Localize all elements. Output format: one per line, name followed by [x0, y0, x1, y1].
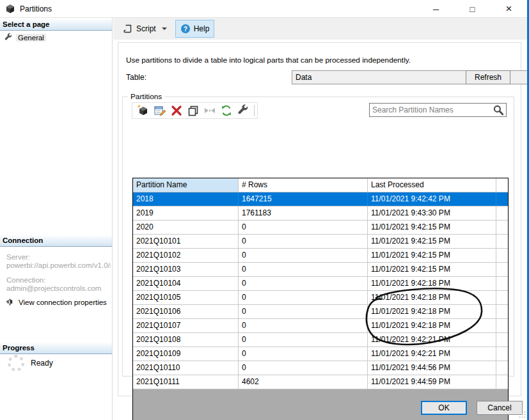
- table-cell: 0: [239, 249, 368, 262]
- resize-grip[interactable]: [517, 410, 526, 419]
- connection-label: Connection:: [6, 276, 111, 284]
- table-cell-spacer: [496, 333, 508, 346]
- partitions-group-title: Partitions: [128, 92, 164, 101]
- table-cell-spacer: [496, 249, 508, 262]
- table-row[interactable]: 2021Q10105011/01/2021 9:42:18 PM: [133, 291, 508, 305]
- table-cell: 2021Q10103: [133, 263, 239, 276]
- table-cell: 0: [239, 221, 368, 234]
- delete-partition-icon[interactable]: [170, 104, 184, 118]
- view-connection-properties-link[interactable]: View connection properties: [5, 298, 107, 306]
- table-cell-spacer: [496, 235, 508, 248]
- script-icon: [123, 24, 133, 34]
- search-icon: [493, 104, 504, 116]
- description-text: Use partitions to divide a table into lo…: [126, 56, 411, 65]
- properties-wrench-icon[interactable]: [236, 104, 250, 118]
- partitions-groupbox: Partitions: [122, 97, 514, 377]
- partitions-table-body: 2018164721511/01/2021 9:42:42 PM20191761…: [133, 192, 508, 389]
- table-row[interactable]: 2019176118311/01/2021 9:43:30 PM: [133, 206, 508, 221]
- partitions-grid: Partition Name # Rows Last Processed 201…: [132, 178, 509, 420]
- table-cell: 11/01/2021 9:44:59 PM: [368, 375, 496, 389]
- close-button[interactable]: ×: [491, 0, 527, 18]
- table-cell: 2019: [133, 206, 239, 220]
- table-row[interactable]: 2021Q10111460211/01/2021 9:44:59 PM: [133, 375, 508, 389]
- minimize-button[interactable]: ─: [418, 0, 454, 18]
- script-dropdown-arrow-icon[interactable]: [162, 27, 167, 30]
- table-cell: 11/01/2021 9:42:15 PM: [368, 235, 496, 248]
- search-input[interactable]: [370, 105, 493, 114]
- table-cell-spacer: [496, 305, 508, 318]
- refresh-button[interactable]: Refresh: [466, 70, 510, 84]
- process-partition-icon[interactable]: [219, 104, 233, 118]
- ok-button[interactable]: OK: [421, 401, 467, 415]
- progress-status: Ready: [31, 359, 111, 368]
- svg-text:?: ?: [184, 26, 187, 33]
- table-row[interactable]: 2021Q10109011/01/2021 9:42:21 PM: [133, 347, 508, 361]
- help-button[interactable]: ? Help: [175, 20, 215, 38]
- command-bar: Script ? Help: [113, 18, 527, 40]
- table-row[interactable]: 2021Q10104011/01/2021 9:42:18 PM: [133, 277, 508, 291]
- copy-partition-icon[interactable]: [186, 104, 200, 118]
- script-button[interactable]: Script: [118, 20, 171, 37]
- table-cell: 11/01/2021 9:42:15 PM: [368, 221, 496, 234]
- table-cell: 2021Q10108: [133, 333, 239, 346]
- table-cell: 2021Q10105: [133, 291, 239, 304]
- column-header-spacer: [496, 178, 508, 192]
- table-cell: 0: [239, 291, 368, 304]
- table-row[interactable]: 2020011/01/2021 9:42:15 PM: [133, 221, 508, 235]
- table-cell-spacer: [496, 375, 508, 389]
- cube-app-icon: [5, 4, 15, 14]
- toolbar-separator: [254, 105, 255, 116]
- sidebar-item-general[interactable]: General: [4, 33, 46, 42]
- table-cell: 2021Q10102: [133, 249, 239, 262]
- help-button-label: Help: [194, 24, 210, 33]
- table-cell: 2021Q10106: [133, 305, 239, 318]
- table-cell: 0: [239, 305, 368, 318]
- table-cell: 2018: [133, 192, 239, 206]
- table-row[interactable]: 2021Q10101011/01/2021 9:42:15 PM: [133, 235, 508, 249]
- table-cell-spacer: [496, 206, 508, 220]
- table-cell-spacer: [496, 319, 508, 332]
- cancel-button[interactable]: Cancel: [477, 401, 523, 415]
- connection-value: admin@projectscontrols.com: [6, 284, 111, 292]
- table-row[interactable]: 2018164721511/01/2021 9:42:42 PM: [133, 192, 508, 206]
- column-header-rows[interactable]: # Rows: [239, 178, 368, 192]
- table-row[interactable]: 2021Q10108011/01/2021 9:42:21 PM: [133, 333, 508, 347]
- server-label: Server:: [6, 253, 111, 261]
- table-cell: 0: [239, 333, 368, 346]
- table-row[interactable]: 2021Q10107011/01/2021 9:42:18 PM: [133, 319, 508, 333]
- table-cell: 2021Q10101: [133, 235, 239, 248]
- table-row[interactable]: 2021Q10110011/01/2021 9:44:56 PM: [133, 361, 508, 375]
- script-button-label: Script: [136, 24, 156, 33]
- wrench-icon: [4, 33, 13, 42]
- table-cell: 2020: [133, 221, 239, 234]
- table-row[interactable]: 2021Q10103011/01/2021 9:42:15 PM: [133, 263, 508, 277]
- table-cell: 11/01/2021 9:43:30 PM: [368, 206, 496, 220]
- maximize-icon: □: [470, 4, 475, 14]
- sidebar-item-label: General: [16, 34, 46, 42]
- table-cell: 1647215: [239, 192, 368, 206]
- new-partition-icon[interactable]: [136, 104, 150, 118]
- column-header-partition-name[interactable]: Partition Name: [133, 178, 239, 192]
- table-cell: 11/01/2021 9:42:18 PM: [368, 319, 496, 332]
- search-box: [369, 103, 507, 117]
- table-cell: 11/01/2021 9:42:21 PM: [368, 347, 496, 361]
- close-icon: ×: [506, 3, 512, 15]
- table-cell: 11/01/2021 9:42:21 PM: [368, 333, 496, 346]
- plug-icon: [5, 298, 15, 306]
- table-field-label: Table:: [126, 73, 146, 82]
- sidebar: Select a page General Connection Server:…: [0, 18, 113, 420]
- main-panel: Use partitions to divide a table into lo…: [118, 42, 521, 396]
- minimize-icon: ─: [433, 4, 439, 14]
- table-cell: 4602: [239, 375, 368, 389]
- table-row[interactable]: 2021Q10102011/01/2021 9:42:15 PM: [133, 249, 508, 263]
- table-cell: 11/01/2021 9:42:42 PM: [368, 192, 496, 206]
- table-cell: 0: [239, 347, 368, 361]
- refresh-button-label: Refresh: [475, 73, 501, 82]
- column-header-last-processed[interactable]: Last Processed: [368, 178, 496, 192]
- table-row[interactable]: 2021Q10106011/01/2021 9:42:18 PM: [133, 305, 508, 319]
- server-value: powerbi://api.powerbi.com/v1.0/m: [6, 261, 111, 269]
- partition-toolbar: [132, 102, 258, 119]
- maximize-button[interactable]: □: [454, 0, 491, 18]
- edit-partition-icon[interactable]: [153, 104, 167, 118]
- table-cell: 11/01/2021 9:42:15 PM: [368, 263, 496, 276]
